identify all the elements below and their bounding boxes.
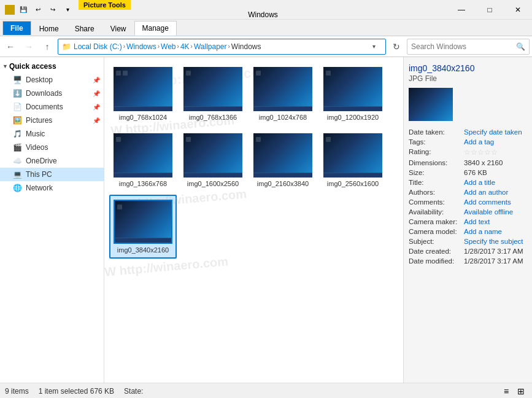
minimize-button[interactable]: — [447, 0, 476, 19]
pin-icon-pictures: 📌 [93, 117, 100, 124]
sidebar-label-videos: Videos [26, 143, 48, 152]
file-item-6[interactable]: img0_2160x3840 [249, 128, 317, 192]
date-taken-label: Date taken: [409, 127, 464, 137]
breadcrumb: Local Disk (C:) › Windows › Web › 4K › W… [74, 42, 261, 51]
sidebar-label-documents: Documents [26, 103, 63, 111]
sidebar-item-desktop[interactable]: 🖥️ Desktop 📌 [0, 73, 104, 87]
thumb-0 [114, 67, 172, 111]
sidebar-label-desktop: Desktop [26, 76, 53, 84]
file-item-8[interactable]: img0_3840x2160 [109, 195, 177, 259]
authors-value[interactable]: Add an author [464, 187, 527, 197]
rating-value[interactable]: ☆☆☆☆☆ [464, 147, 527, 158]
sidebar-label-music: Music [26, 130, 45, 138]
bread-windows-final[interactable]: Windows [231, 42, 261, 51]
ribbon: File Home Share View Manage [0, 20, 532, 36]
videos-icon: 🎬 [12, 142, 22, 152]
thumb-8 [114, 200, 172, 244]
file-item-4[interactable]: img0_1366x768 [109, 128, 177, 192]
sidebar-item-music[interactable]: 🎵 Music [0, 127, 104, 141]
view-tiles-button[interactable]: ⊞ [515, 385, 527, 397]
file-item-5[interactable]: img0_1600x2560 [179, 128, 247, 192]
tab-manage[interactable]: Manage [134, 21, 177, 36]
tab-file[interactable]: File [2, 21, 31, 36]
sidebar-item-downloads[interactable]: ⬇️ Downloads 📌 [0, 87, 104, 100]
camera-maker-label: Camera maker: [409, 217, 464, 227]
bread-4k[interactable]: 4K [180, 42, 190, 51]
preview-filename: img0_3840x2160 [409, 63, 527, 73]
sidebar-item-pictures[interactable]: 🖼️ Pictures 📌 [0, 114, 104, 127]
tab-share[interactable]: Share [67, 21, 102, 36]
camera-maker-value[interactable]: Add text [464, 217, 527, 227]
sidebar-item-videos[interactable]: 🎬 Videos [0, 141, 104, 154]
search-input[interactable] [411, 42, 514, 51]
status-right: ≡ ⊞ [500, 385, 527, 397]
sidebar-label-thispc: This PC [26, 170, 52, 179]
bread-wallpaper[interactable]: Wallpaper [194, 42, 227, 51]
file-item-0[interactable]: img0_768x1024 [109, 62, 177, 126]
sidebar-item-onedrive[interactable]: ☁️ OneDrive [0, 154, 104, 168]
forward-button[interactable]: → [21, 39, 37, 55]
camera-model-label: Camera model: [409, 227, 464, 236]
picture-tools-tab[interactable]: Picture Tools [79, 0, 131, 10]
view-details-button[interactable]: ≡ [500, 385, 512, 397]
file-name-1: img0_768x1366 [189, 114, 237, 121]
sidebar-label-pictures: Pictures [26, 116, 52, 125]
file-item-2[interactable]: img0_1024x768 [249, 62, 317, 126]
title-value[interactable]: Add a title [464, 178, 527, 187]
close-button[interactable]: ✕ [504, 0, 532, 19]
up-button[interactable]: ↑ [39, 39, 55, 55]
file-name-4: img0_1366x768 [119, 180, 167, 187]
thispc-icon: 💻 [12, 170, 22, 179]
file-item-7[interactable]: img0_2560x1600 [319, 128, 387, 192]
qat-dropdown[interactable]: ▾ [61, 4, 74, 16]
subject-value[interactable]: Specify the subject [464, 236, 527, 246]
sidebar-item-thispc[interactable]: 💻 This PC [0, 168, 104, 181]
file-item-1[interactable]: img0_768x1366 [179, 62, 247, 126]
preview-thumb [409, 88, 453, 121]
qat-save[interactable]: 💾 [17, 4, 29, 16]
sidebar: ▼ Quick access 🖥️ Desktop 📌 ⬇️ Downloads… [0, 57, 104, 383]
maximize-button[interactable]: □ [476, 0, 504, 19]
sidebar-item-network[interactable]: 🌐 Network [0, 181, 104, 195]
tags-value[interactable]: Add a tag [464, 137, 527, 147]
comments-value[interactable]: Add comments [464, 197, 527, 207]
file-item-3[interactable]: img0_1200x1920 [319, 62, 387, 126]
dropdown-address-btn[interactable]: ▾ [366, 39, 382, 55]
window-title: Windows [79, 2, 447, 19]
thumb-1 [183, 67, 242, 111]
date-modified-label: Date modified: [409, 256, 464, 266]
bread-web[interactable]: Web [161, 42, 175, 51]
tags-label: Tags: [409, 137, 464, 147]
quick-access-header[interactable]: ▼ Quick access [0, 60, 104, 73]
downloads-icon: ⬇️ [12, 88, 22, 98]
camera-model-value[interactable]: Add a name [464, 227, 527, 236]
address-bar-row: ← → ↑ 📁 Local Disk (C:) › Windows › Web … [0, 36, 532, 57]
qat-redo[interactable]: ↪ [47, 4, 59, 16]
file-name-2: img0_1024x768 [259, 114, 307, 121]
bread-local-disk[interactable]: Local Disk (C:) [74, 42, 122, 51]
tab-view[interactable]: View [102, 21, 134, 36]
search-icon: 🔍 [516, 42, 525, 51]
date-taken-value[interactable]: Specify date taken [464, 127, 527, 137]
thumb-4 [114, 133, 172, 178]
state-label: State: [124, 387, 143, 396]
address-bar[interactable]: 📁 Local Disk (C:) › Windows › Web › 4K ›… [58, 39, 386, 55]
size-value: 676 KB [464, 168, 527, 178]
thumb-5 [183, 133, 242, 178]
availability-label: Availability: [409, 207, 464, 217]
documents-icon: 📄 [12, 102, 22, 112]
preview-filetype: JPG File [409, 74, 527, 83]
qat-undo[interactable]: ↩ [32, 4, 44, 16]
thumb-7 [323, 133, 382, 178]
pin-icon-documents: 📌 [93, 104, 100, 111]
title-label: Title: [409, 178, 464, 187]
tab-home[interactable]: Home [31, 21, 67, 36]
sidebar-item-documents[interactable]: 📄 Documents 📌 [0, 100, 104, 114]
pin-icon-desktop: 📌 [93, 77, 100, 84]
preview-panel: img0_3840x2160 JPG File Date taken: Spec… [403, 57, 532, 383]
refresh-button[interactable]: ↻ [388, 39, 404, 55]
search-box[interactable]: 🔍 [407, 39, 530, 55]
bread-windows[interactable]: Windows [126, 42, 156, 51]
back-button[interactable]: ← [2, 39, 18, 55]
size-label: Size: [409, 168, 464, 178]
